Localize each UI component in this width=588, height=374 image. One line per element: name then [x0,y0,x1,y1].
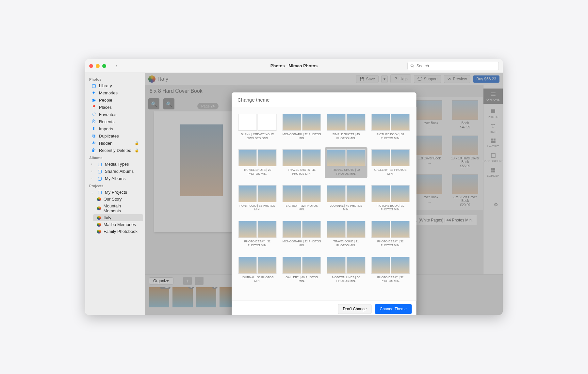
theme-option[interactable]: BLANK | CREATE YOUR OWN DESIGNS [236,112,279,142]
modal-title: Change theme [232,92,416,107]
theme-option[interactable]: MODERN LINES | 50 PHOTOS MIN. [325,255,368,285]
theme-option[interactable]: MONOGRAPH | 22 PHOTOS MIN. [281,112,323,142]
theme-option[interactable]: GALLERY | 43 PHOTOS MIN. [369,147,412,178]
sidebar-item-my-projects[interactable]: ⌄▢My Projects [87,188,143,196]
sidebar-item[interactable]: 🗑Recently Deleted🔒 [87,147,143,154]
theme-option[interactable]: JOURNAL | 40 PHOTOS MIN. [325,183,368,214]
titlebar: ‹ Photos - Mimeo Photos [85,59,503,73]
sidebar-project-item[interactable]: Family Photobook [93,228,143,235]
sidebar-section-albums: Albums [85,154,145,160]
change-theme-button[interactable]: Change Theme [375,304,412,314]
minimize-window[interactable] [96,64,100,68]
sidebar-item[interactable]: 📍Places [87,104,143,111]
sidebar-project-item[interactable]: Italy [93,214,143,221]
sidebar-item[interactable]: ⏱Recents [87,118,143,125]
sidebar-item[interactable]: ♡Favorites [87,111,143,118]
theme-option[interactable]: TRAVEL SHOTS | 41 PHOTOS MIN. [281,147,323,178]
sidebar-section-photos: Photos [85,75,145,82]
sidebar-item[interactable]: ✦Memories [87,89,143,96]
sidebar-item[interactable]: ›▢Media Types [87,160,143,168]
theme-option[interactable]: TRAVELOGUE | 21 PHOTOS MIN. [325,219,368,249]
theme-option[interactable]: BIG TEXT | 22 PHOTOS MIN. [281,183,323,214]
sidebar: Photos ▢Library✦Memories◉People📍Places♡F… [85,73,145,315]
window-title: Photos - Mimeo Photos [270,63,318,68]
back-button[interactable]: ‹ [113,61,120,71]
theme-option[interactable]: SIMPLE SHOTS | 43 PHOTOS MIN. [325,112,368,142]
traffic-lights [89,64,106,68]
theme-option[interactable]: TRAVEL SHOTS | 22 PHOTOS MIN. [236,147,279,178]
sidebar-item[interactable]: ›▢Shared Albums [87,168,143,175]
theme-option[interactable]: PORTFOLIO | 32 PHOTOS MIN. [236,183,279,214]
panel-settings-icon[interactable]: ⚙ [494,202,498,208]
theme-option[interactable]: JOURNAL | 30 PHOTOS MIN. [236,255,279,285]
change-theme-modal: Change theme BLANK | CREATE YOUR OWN DES… [232,92,416,315]
sidebar-item[interactable]: ›▢My Albums [87,175,143,182]
zoom-window[interactable] [102,64,106,68]
theme-option[interactable]: PHOTO ESSAY | 32 PHOTOS MIN. [369,255,412,285]
sidebar-item[interactable]: 👁Hidden🔒 [87,139,143,147]
theme-option[interactable]: TRAVEL SHOTS | 22 PHOTOS MIN. [325,147,368,178]
sidebar-item[interactable]: ⬆Imports [87,125,143,132]
sidebar-project-item[interactable]: Mountain Moments [93,203,143,214]
theme-option[interactable]: PHOTO ESSAY | 32 PHOTOS MIN. [369,219,412,249]
theme-option[interactable]: GALLERY | 40 PHOTOS MIN. [281,255,323,285]
sidebar-item[interactable]: ⧉Duplicates [87,132,143,139]
theme-option[interactable]: PICTURE BOOK | 32 PHOTOS MIN. [369,183,412,214]
sidebar-section-projects: Projects [85,182,145,188]
sidebar-project-item[interactable]: Malibu Memories [93,221,143,228]
sidebar-item[interactable]: ◉People [87,96,143,104]
search-input[interactable] [416,64,496,68]
dont-change-button[interactable]: Don't Change [338,304,371,314]
theme-option[interactable]: MONOGRAPH | 22 PHOTOS MIN. [281,219,323,249]
sidebar-project-item[interactable]: Our Story [93,196,143,203]
main-area: Italy 💾 Save ▾ ？ Help 💬 Support 👁 Previe… [145,73,503,315]
search-field[interactable] [407,62,499,70]
sidebar-item[interactable]: ▢Library [87,82,143,89]
close-window[interactable] [89,64,93,68]
app-window: ‹ Photos - Mimeo Photos Photos ▢Library✦… [85,59,503,315]
theme-option[interactable]: PHOTO ESSAY | 32 PHOTOS MIN. [236,219,279,249]
search-icon [410,64,415,68]
theme-grid: BLANK | CREATE YOUR OWN DESIGNSMONOGRAPH… [232,107,416,301]
theme-option[interactable]: PICTURE BOOK | 32 PHOTOS MIN. [369,112,412,142]
